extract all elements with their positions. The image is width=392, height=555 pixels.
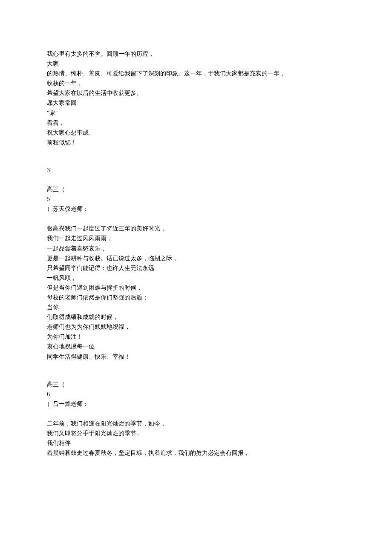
text-line: 我们一起走过风风雨雨， xyxy=(47,233,345,243)
paragraph-block-3: 二年前，我们相逢在阳光灿烂的季节，如今， 我们又即将分手于阳光灿烂的季节。 我们… xyxy=(47,419,345,458)
text-line: 高三（ xyxy=(47,380,345,389)
text-line: 6 xyxy=(47,389,345,399)
text-line: 前程似锦！ xyxy=(47,138,345,147)
text-line: ）苏天仪老师： xyxy=(47,204,345,214)
text-line: 二年前，我们相逢在阳光灿烂的季节，如今， xyxy=(47,419,345,428)
text-line: 我心里有太多的不舍。回顾一年的历程， xyxy=(47,49,345,59)
text-line: 更是一起耕种与收获。话已说过太多，临别之际， xyxy=(47,253,345,263)
text-line: 大家 xyxy=(47,59,345,69)
text-line: 着晨钟暮鼓走过春夏秋冬，坚定目标，执着追求，我们的努力必定会有回报， xyxy=(47,448,345,458)
text-line: 5 xyxy=(47,194,345,204)
text-line: 希望大家在以后的生活中收获更多。 xyxy=(47,88,345,98)
text-line: 同学生活得健康、快乐、幸福！ xyxy=(47,352,345,362)
text-line: "家" xyxy=(47,108,345,118)
text-line: 们取得成绩和成就的时候， xyxy=(47,312,345,322)
text-line: 为你们加油！ xyxy=(47,332,345,342)
section-header-2: 高三（ 5 ）苏天仪老师： xyxy=(47,184,345,214)
text-line: 但是当你们遇到困难与挫折的时候， xyxy=(47,283,345,293)
text-line: 收获的一年， xyxy=(47,78,345,88)
page-number: 3 xyxy=(47,165,345,175)
text-line: 一起品尝着喜怒哀乐， xyxy=(47,244,345,253)
paragraph-block-2: 很高兴我们一起度过了将近三年的美好时光， 我们一起走过风风雨雨， 一起品尝着喜怒… xyxy=(47,224,345,361)
text-line: 高三（ xyxy=(47,184,345,194)
text-line: 我们相伴 xyxy=(47,438,345,448)
text-line: 祝大家心想事成、 xyxy=(47,128,345,138)
text-line: 很高兴我们一起度过了将近三年的美好时光， xyxy=(47,224,345,233)
page-number-value: 3 xyxy=(47,165,345,175)
text-line: 一帆风顺， xyxy=(47,273,345,283)
paragraph-block-1: 我心里有太多的不舍。回顾一年的历程， 大家 的热情、纯朴、善良、可爱给我留下了深… xyxy=(47,49,345,147)
text-line: 的热情、纯朴、善良、可爱给我留下了深刻的印象。这一年，于我们大家都是充实的一年， xyxy=(47,69,345,78)
text-line: 看看， xyxy=(47,118,345,128)
text-line: ）吕一烽老师： xyxy=(47,399,345,409)
text-line: 母校的老师们依然是你们坚强的后盾； xyxy=(47,293,345,302)
text-line: 只希望同学们能记得：也许人生无法永远 xyxy=(47,263,345,273)
text-line: 衷心地祝愿每一位 xyxy=(47,342,345,351)
text-line: 愿大家常回 xyxy=(47,98,345,108)
section-header-3: 高三（ 6 ）吕一烽老师： xyxy=(47,380,345,409)
text-line: 我们又即将分手于阳光灿烂的季节。 xyxy=(47,428,345,438)
text-line: 当你 xyxy=(47,302,345,312)
text-line: 老师们也为为你们默默地祝福， xyxy=(47,322,345,332)
